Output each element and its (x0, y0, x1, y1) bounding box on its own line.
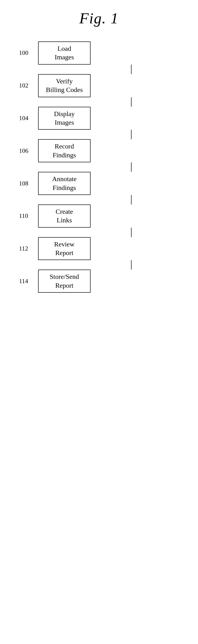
flowchart: 100 LoadImages 102 VerifyBilling Codes 1… (0, 42, 198, 293)
flow-row-102: 102 VerifyBilling Codes (0, 74, 198, 97)
step-box-110: CreateLinks (38, 204, 90, 228)
connector-line-5 (131, 195, 132, 204)
flow-row-100: 100 LoadImages (0, 42, 198, 64)
connector-3 (0, 130, 198, 139)
connector-line-7 (131, 260, 132, 270)
step-label-114: 114 (19, 278, 38, 285)
connector-2 (0, 97, 198, 107)
connector-line-2 (131, 97, 132, 107)
connector-line-1 (131, 64, 132, 74)
flow-row-106: 106 RecordFindings (0, 139, 198, 162)
step-box-104: DisplayImages (38, 107, 90, 130)
connector-6 (0, 228, 198, 237)
connector-line-3 (131, 130, 132, 139)
flow-row-108: 108 AnnotateFindings (0, 172, 198, 195)
connector-5 (0, 195, 198, 204)
step-box-114: Store/SendReport (38, 270, 90, 293)
step-label-112: 112 (19, 245, 38, 252)
step-box-112: ReviewReport (38, 237, 90, 260)
flow-row-112: 112 ReviewReport (0, 237, 198, 260)
flow-row-104: 104 DisplayImages (0, 107, 198, 130)
step-label-108: 108 (19, 180, 38, 187)
connector-4 (0, 162, 198, 172)
step-box-108: AnnotateFindings (38, 172, 90, 195)
connector-line-4 (131, 162, 132, 172)
step-label-104: 104 (19, 115, 38, 122)
step-label-100: 100 (19, 49, 38, 56)
step-box-106: RecordFindings (38, 139, 90, 162)
connector-line-6 (131, 228, 132, 237)
step-box-100: LoadImages (38, 42, 90, 64)
flow-row-114: 114 Store/SendReport (0, 270, 198, 293)
step-label-102: 102 (19, 82, 38, 89)
connector-1 (0, 64, 198, 74)
step-box-102: VerifyBilling Codes (38, 74, 90, 97)
figure-title: Fig. 1 (79, 10, 119, 27)
page: Fig. 1 100 LoadImages 102 VerifyBilling … (0, 0, 198, 644)
step-label-110: 110 (19, 212, 38, 220)
connector-7 (0, 260, 198, 270)
flow-row-110: 110 CreateLinks (0, 204, 198, 228)
step-label-106: 106 (19, 147, 38, 154)
